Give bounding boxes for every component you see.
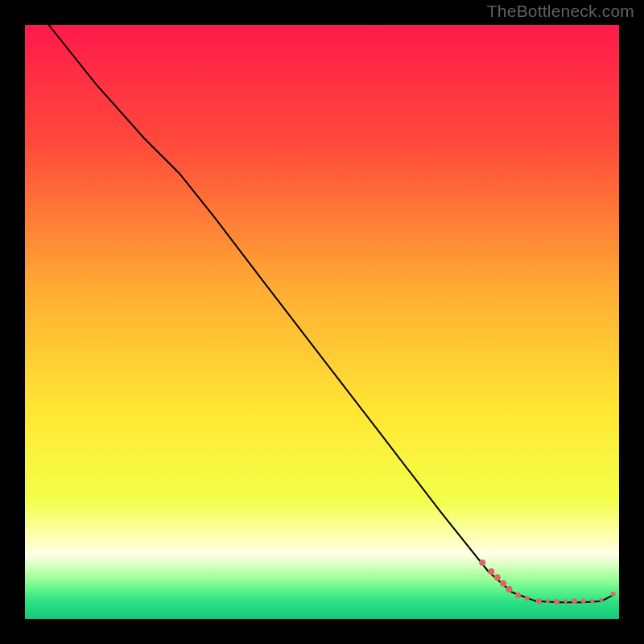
scatter-point [536,598,542,604]
scatter-point [546,599,550,603]
plot-area [25,25,619,619]
chart-frame: TheBottleneck.com [0,0,644,644]
scatter-point [581,599,586,604]
scatter-point [564,599,568,603]
scatter-point [515,592,521,598]
scatter-point [479,559,485,566]
scatter-point [611,592,616,597]
scatter-point [525,596,530,601]
plot-svg [25,25,619,619]
scatter-point [488,568,494,575]
scatter-point [572,598,577,604]
scatter-point [494,574,501,580]
scatter-point [554,599,559,605]
scatter-point [500,580,506,587]
scatter-point [599,598,603,602]
scatter-point [590,599,594,603]
gradient-rect [25,25,619,619]
scatter-point [506,586,512,592]
watermark-text: TheBottleneck.com [487,2,634,21]
